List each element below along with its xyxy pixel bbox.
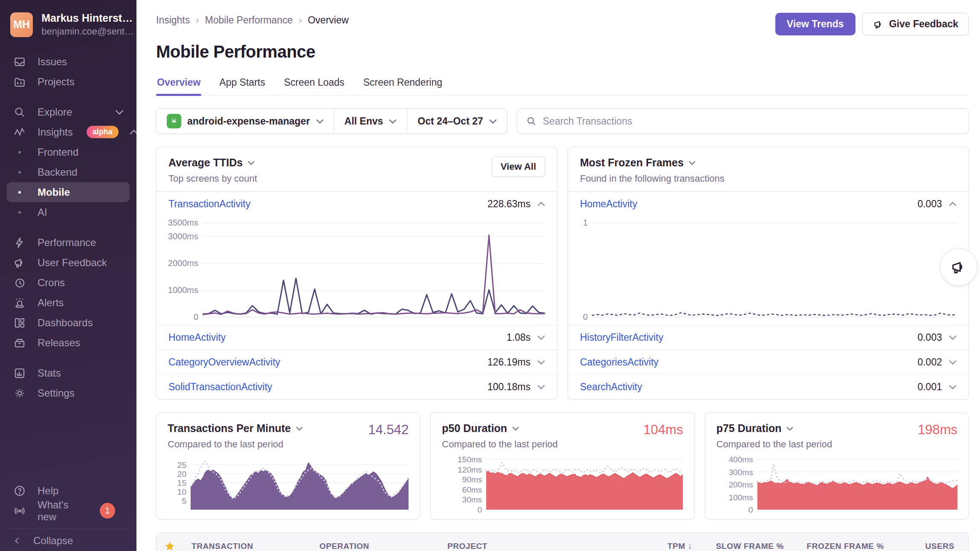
- chevron-down-icon: [512, 426, 519, 431]
- average-ttids-selector[interactable]: Average TTIDs: [168, 157, 257, 169]
- environment-selector-value: All Envs: [345, 116, 383, 127]
- date-range-value: Oct 24–Oct 27: [418, 116, 483, 127]
- row-value: 0.002: [917, 357, 942, 368]
- transaction-link[interactable]: HomeActivity: [168, 332, 226, 343]
- search-input[interactable]: [543, 116, 960, 127]
- sidebar-item-label: Frontend: [38, 146, 78, 158]
- tab-bar: Overview App Starts Screen Loads Screen …: [156, 77, 969, 96]
- tab-screen-loads[interactable]: Screen Loads: [283, 77, 345, 95]
- transaction-link[interactable]: CategoryOverviewActivity: [168, 357, 280, 368]
- chevron-down-icon[interactable]: [537, 360, 545, 365]
- chevron-up-icon[interactable]: [537, 202, 545, 206]
- sidebar-item-settings[interactable]: Settings: [7, 383, 130, 403]
- transaction-link[interactable]: HistoryFilterActivity: [580, 332, 664, 343]
- ttid-row-expanded: TransactionActivity 228.63ms: [157, 191, 557, 216]
- lightning-icon: [13, 236, 26, 249]
- average-ttids-card: Average TTIDs Top screens by count View …: [156, 147, 557, 400]
- page-filter-bar: android-expense-manager All Envs Oct 24–…: [156, 108, 507, 134]
- p50-chart: 150ms120ms90ms60ms30ms0: [442, 455, 683, 511]
- transaction-link[interactable]: SolidTransactionActivity: [168, 381, 272, 393]
- sidebar-item-user-feedback[interactable]: User Feedback: [7, 252, 130, 273]
- p75-selector[interactable]: p75 Duration: [716, 422, 832, 435]
- sidebar-item-help[interactable]: Help: [7, 481, 130, 501]
- sidebar-item-crons[interactable]: Crons: [7, 273, 130, 293]
- sidebar-item-explore[interactable]: Explore: [7, 102, 130, 122]
- sidebar: MH Markus Hinterst… benjamin.coe@sent… I…: [0, 0, 136, 551]
- help-icon: [13, 484, 26, 498]
- chevron-down-icon[interactable]: [537, 385, 545, 389]
- give-feedback-label: Give Feedback: [889, 18, 958, 30]
- sidebar-item-issues[interactable]: Issues: [7, 52, 130, 72]
- sidebar-item-frontend[interactable]: Frontend: [7, 142, 130, 162]
- column-header-user-misery[interactable]: USER MISERY: [962, 542, 969, 551]
- transaction-link[interactable]: SearchActivity: [580, 381, 642, 393]
- chevron-down-icon: [489, 119, 497, 124]
- column-header-slow-frame[interactable]: SLOW FRAME %: [700, 542, 792, 551]
- floating-feedback-button[interactable]: [940, 248, 977, 286]
- metric-subtitle: Compared to the last period: [716, 439, 832, 450]
- metric-title: p50 Duration: [442, 422, 507, 435]
- user-name: Markus Hinterst…: [41, 12, 126, 24]
- tpm-selector[interactable]: Transactions Per Minute: [168, 422, 303, 435]
- breadcrumb-mobile-performance[interactable]: Mobile Performance: [205, 14, 293, 26]
- environment-selector[interactable]: All Envs: [334, 109, 407, 133]
- transaction-link[interactable]: HomeActivity: [580, 198, 637, 210]
- column-header-frozen-frame[interactable]: FROZEN FRAME %: [792, 542, 892, 551]
- transaction-search[interactable]: [517, 108, 969, 134]
- chevron-down-icon[interactable]: [537, 335, 545, 340]
- sidebar-item-whats-new[interactable]: What's new 1: [7, 501, 130, 521]
- p50-duration-card: p50 Duration Compared to the last period…: [430, 412, 694, 519]
- megaphone-icon: [13, 256, 26, 270]
- tab-screen-rendering[interactable]: Screen Rendering: [362, 77, 443, 95]
- bullet-icon: [13, 171, 26, 174]
- column-header-operation[interactable]: OPERATION: [312, 542, 440, 551]
- page-title: Mobile Performance: [156, 42, 969, 61]
- row-value: 0.003: [917, 332, 942, 343]
- column-header-tpm[interactable]: TPM ↓: [623, 542, 700, 551]
- breadcrumb-insights[interactable]: Insights: [156, 14, 190, 26]
- transaction-link[interactable]: CategoriesActivity: [580, 357, 658, 368]
- column-header-project[interactable]: PROJECT: [440, 542, 623, 551]
- chevron-down-icon[interactable]: [949, 360, 957, 365]
- user-menu[interactable]: MH Markus Hinterst… benjamin.coe@sent…: [0, 10, 136, 39]
- sidebar-item-dashboards[interactable]: Dashboards: [7, 313, 130, 333]
- column-header-transaction[interactable]: TRANSACTION: [184, 542, 312, 551]
- row-value: 1.08s: [507, 332, 531, 343]
- sidebar-collapse-button[interactable]: Collapse: [7, 528, 130, 551]
- sidebar-item-alerts[interactable]: Alerts: [7, 293, 130, 313]
- chevron-left-icon: [13, 536, 22, 545]
- sidebar-item-label: Issues: [38, 56, 67, 68]
- give-feedback-button[interactable]: Give Feedback: [862, 13, 969, 35]
- gear-icon: [13, 386, 26, 400]
- sidebar-item-insights[interactable]: Insights alpha: [7, 122, 130, 142]
- chevron-down-icon[interactable]: [949, 385, 957, 389]
- sidebar-item-label: Alerts: [38, 297, 64, 309]
- sidebar-item-ai[interactable]: AI: [7, 202, 130, 222]
- sidebar-item-stats[interactable]: Stats: [7, 363, 130, 383]
- view-all-button[interactable]: View All: [492, 157, 545, 177]
- sidebar-item-mobile[interactable]: Mobile: [7, 182, 130, 202]
- sidebar-item-backend[interactable]: Backend: [7, 162, 130, 182]
- tab-overview[interactable]: Overview: [156, 77, 201, 95]
- column-header-users[interactable]: USERS: [892, 542, 962, 551]
- star-column-header[interactable]: [157, 541, 184, 551]
- p75-chart: 400ms300ms200ms100ms0: [716, 455, 957, 511]
- frozen-row-expanded: HomeActivity 0.003: [568, 191, 968, 216]
- sidebar-item-label: Releases: [38, 337, 80, 349]
- chevron-up-icon[interactable]: [949, 202, 957, 206]
- sidebar-item-label: Dashboards: [38, 317, 93, 329]
- date-range-selector[interactable]: Oct 24–Oct 27: [407, 109, 507, 133]
- transaction-link[interactable]: TransactionActivity: [168, 198, 250, 210]
- project-selector[interactable]: android-expense-manager: [157, 109, 334, 133]
- p50-selector[interactable]: p50 Duration: [442, 422, 558, 435]
- most-frozen-frames-selector[interactable]: Most Frozen Frames: [580, 157, 725, 169]
- bullet-icon: [13, 191, 26, 194]
- sidebar-item-label: Insights: [38, 126, 73, 138]
- sidebar-item-performance[interactable]: Performance: [7, 232, 130, 252]
- p75-value: 198ms: [918, 422, 957, 438]
- view-trends-button[interactable]: View Trends: [775, 13, 855, 35]
- sidebar-item-projects[interactable]: Projects: [7, 72, 130, 92]
- sidebar-item-releases[interactable]: Releases: [7, 333, 130, 353]
- tab-app-starts[interactable]: App Starts: [218, 77, 266, 95]
- chevron-down-icon[interactable]: [949, 335, 957, 340]
